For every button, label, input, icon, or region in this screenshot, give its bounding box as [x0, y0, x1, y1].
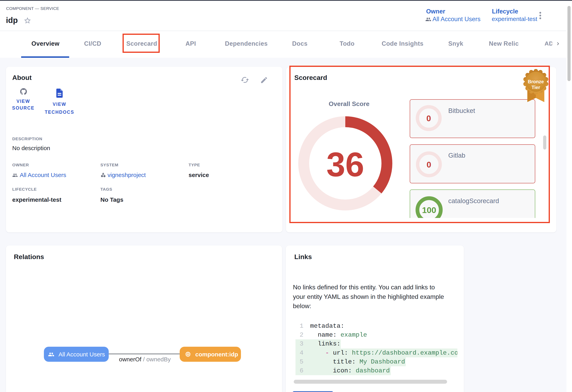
svg-text:Bronze: Bronze — [528, 79, 544, 84]
svg-text:Tier: Tier — [531, 85, 540, 90]
